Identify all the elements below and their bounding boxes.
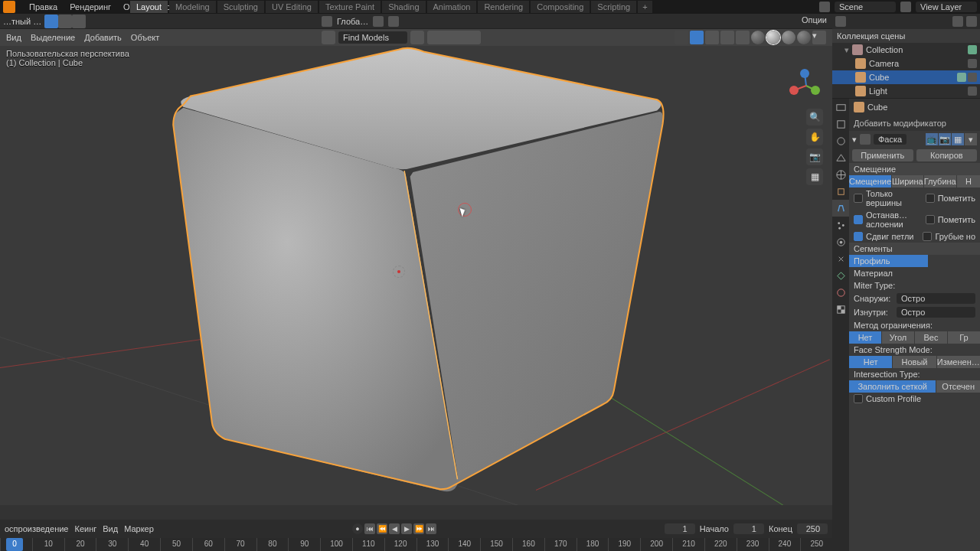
visibility-icon[interactable]: [675, 31, 688, 44]
options-menu[interactable]: Опции: [802, 15, 827, 24]
scene-name[interactable]: Scene: [835, 2, 896, 12]
only-verts-check[interactable]: [854, 194, 863, 203]
timeline-ruler[interactable]: 0 01020304050607080901001101201301401501…: [0, 538, 832, 551]
orientation-icon[interactable]: [322, 16, 332, 27]
tl-view[interactable]: Вид: [103, 524, 118, 533]
search-icon[interactable]: [322, 31, 335, 44]
outliner-row-collection[interactable]: ▾ Collection: [832, 43, 980, 57]
menu-render[interactable]: Рендеринг: [68, 2, 113, 11]
jump-start-icon[interactable]: ⏮: [364, 523, 375, 534]
outliner-row-light[interactable]: Light: [832, 84, 980, 98]
tl-playback[interactable]: оспроизведение: [5, 524, 68, 533]
custom-profile-check[interactable]: [854, 394, 863, 403]
keep-layers-check[interactable]: [854, 215, 863, 224]
ws-tab-rendering[interactable]: Rendering: [478, 1, 529, 13]
pan-icon[interactable]: ✋: [806, 129, 823, 145]
apply-button[interactable]: Применить: [852, 149, 913, 161]
viewport-3d[interactable]: Пользовательская перспектива (1) Collect…: [0, 46, 832, 505]
miter-outer[interactable]: Остро: [897, 293, 975, 304]
ws-tab-add[interactable]: +: [638, 1, 652, 13]
itype-tab-0[interactable]: Заполнить сеткой: [849, 380, 936, 393]
modifier-name[interactable]: Фаска: [874, 134, 906, 145]
filter-icon[interactable]: [952, 16, 963, 27]
outliner-row-camera[interactable]: Camera: [832, 57, 980, 70]
rec-icon[interactable]: ●: [352, 523, 363, 534]
playhead[interactable]: 0: [6, 538, 23, 551]
ptab-output[interactable]: [832, 116, 849, 132]
itype-tab-1[interactable]: Отсечен: [936, 380, 980, 393]
fsm-tab-0[interactable]: Нет: [849, 356, 892, 368]
sel-edge[interactable]: [58, 15, 72, 28]
ws-tab-sculpting[interactable]: Sculpting: [217, 1, 264, 13]
find-models-field[interactable]: Find Models: [338, 31, 407, 44]
mode-selector[interactable]: …тный …: [3, 17, 41, 26]
ws-tab-texturepaint[interactable]: Texture Paint: [319, 1, 381, 13]
ptab-modifier[interactable]: [832, 200, 849, 217]
limit-tab-1[interactable]: Угол: [882, 331, 914, 344]
shading-menu[interactable]: ▾: [812, 31, 826, 44]
ptab-world[interactable]: [832, 166, 849, 183]
nav-gizmo[interactable]: [789, 69, 823, 103]
offset-tab-0[interactable]: Смещение: [849, 175, 891, 187]
ws-tab-shading[interactable]: Shading: [382, 1, 425, 13]
ptab-material[interactable]: [832, 284, 849, 301]
viewlayer-name[interactable]: View Layer: [916, 2, 977, 12]
offset-tab-1[interactable]: Ширина: [892, 175, 923, 187]
jump-end-icon[interactable]: ⏭: [426, 523, 436, 534]
menu-add[interactable]: Добавить: [84, 33, 122, 42]
orientation-label[interactable]: Глоба…: [337, 17, 368, 26]
ws-tab-layout[interactable]: Layout: [130, 1, 168, 13]
xray-icon[interactable]: [705, 31, 719, 44]
mark1-check[interactable]: [926, 194, 935, 203]
search2-icon[interactable]: [966, 16, 977, 27]
mod-render-icon[interactable]: 📷: [939, 133, 951, 145]
shift-loop-check[interactable]: [854, 232, 863, 241]
rough-check[interactable]: [923, 232, 932, 241]
limit-tab-0[interactable]: Нет: [849, 331, 881, 344]
scene-collection[interactable]: Коллекция сцены: [832, 29, 980, 43]
menu-select[interactable]: Выделение: [31, 33, 75, 42]
fsm-tab-2[interactable]: Изменен…: [937, 356, 980, 368]
miter-inner[interactable]: Остро: [897, 307, 975, 318]
pivot-icon[interactable]: [373, 16, 384, 27]
frame-start[interactable]: 1: [733, 523, 764, 534]
mod-menu-icon[interactable]: ▾: [965, 133, 977, 145]
shading-rendered[interactable]: [797, 31, 811, 44]
play-icon[interactable]: ▶: [401, 523, 412, 534]
offset-tab-3[interactable]: Н: [957, 175, 980, 187]
persp-icon[interactable]: ▦: [806, 168, 823, 185]
ptab-object[interactable]: [832, 183, 849, 200]
ws-tab-animation[interactable]: Animation: [427, 1, 477, 13]
ptab-data[interactable]: [832, 267, 849, 284]
ws-tab-modeling[interactable]: Modeling: [169, 1, 216, 13]
snap-icon[interactable]: [388, 16, 399, 27]
ptab-physics[interactable]: [832, 233, 849, 250]
fsm-tab-1[interactable]: Новый: [893, 356, 936, 368]
shading-matprev[interactable]: [782, 31, 795, 44]
cube-object[interactable]: [130, 46, 681, 505]
ptab-scene[interactable]: [832, 149, 849, 166]
prev-key-icon[interactable]: ⏪: [377, 523, 387, 534]
ptab-constraints[interactable]: [832, 250, 849, 267]
shading-wire[interactable]: [751, 31, 765, 44]
grid-icon[interactable]: [736, 31, 750, 44]
tl-marker[interactable]: Маркер: [124, 524, 154, 533]
sel-face[interactable]: [72, 15, 86, 28]
find-menu-icon[interactable]: [427, 31, 481, 44]
sel-vertex[interactable]: [44, 15, 58, 28]
copy-button[interactable]: Копиров: [916, 149, 978, 161]
mod-realtime-icon[interactable]: 📺: [926, 133, 938, 145]
frame-current[interactable]: 1: [665, 523, 695, 534]
menu-object[interactable]: Объект: [131, 33, 159, 42]
ptab-texture[interactable]: [832, 301, 849, 318]
ws-tab-uvediting[interactable]: UV Editing: [266, 1, 318, 13]
limit-tab-3[interactable]: Гр: [948, 331, 980, 344]
ws-tab-scripting[interactable]: Scripting: [591, 1, 636, 13]
offset-tab-2[interactable]: Глубина: [924, 175, 956, 187]
shading-solid[interactable]: [766, 31, 780, 44]
limit-tab-2[interactable]: Вес: [915, 331, 947, 344]
gizmo-icon[interactable]: [720, 31, 734, 44]
outliner-editor-icon[interactable]: [835, 16, 846, 27]
play-rev-icon[interactable]: ◀: [389, 523, 400, 534]
camera-icon[interactable]: 📷: [806, 148, 823, 165]
